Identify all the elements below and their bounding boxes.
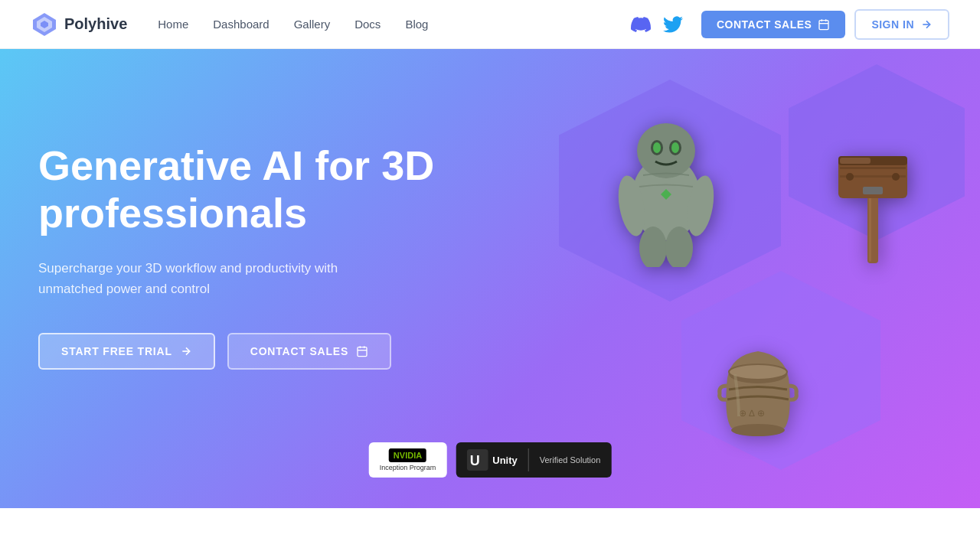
nvidia-logo-text: NVIDIA	[394, 451, 422, 460]
calendar-icon	[818, 18, 830, 31]
start-trial-button[interactable]: START FREE TRIAL	[38, 333, 215, 370]
svg-rect-34	[358, 347, 367, 357]
contact-sales-hero-button[interactable]: CONTACT SALES	[227, 333, 391, 370]
nav-right-actions: CONTACT SALES SIGN IN	[701, 9, 949, 40]
svg-point-13	[671, 142, 679, 153]
nvidia-badge: NVIDIA Inception Program	[369, 442, 447, 478]
logo-text: Polyhive	[64, 15, 127, 33]
navbar: Polyhive Home Dashboard Gallery Docs Blo…	[0, 0, 980, 49]
svg-rect-23	[840, 167, 906, 169]
svg-rect-20	[869, 188, 871, 262]
arrow-right-trial-icon	[180, 345, 192, 357]
svg-rect-3	[819, 20, 828, 29]
model-hammer	[812, 133, 934, 271]
unity-separator	[528, 448, 529, 471]
hero-section: ⊕ ∆ ⊕ Generative AI for 3D professionals…	[0, 49, 980, 508]
nav-docs[interactable]: Docs	[354, 18, 381, 31]
svg-point-12	[653, 142, 661, 153]
hero-title: Generative AI for 3D professionals	[38, 142, 467, 236]
contact-sales-nav-button[interactable]: CONTACT SALES	[701, 11, 845, 38]
unity-badge: U Unity Verified Solution	[456, 442, 611, 478]
social-icons	[631, 15, 683, 34]
nav-links: Home Dashboard Gallery Docs Blog	[158, 18, 631, 31]
logo-icon	[31, 11, 58, 38]
hero-content: Generative AI for 3D professionals Super…	[38, 142, 467, 416]
discord-icon[interactable]	[631, 15, 651, 34]
svg-point-9	[637, 123, 695, 178]
nav-dashboard[interactable]: Dashboard	[213, 18, 269, 31]
unity-verified-text: Verified Solution	[540, 455, 601, 465]
twitter-icon[interactable]	[663, 15, 683, 34]
arrow-right-icon	[920, 18, 933, 31]
partner-badges: NVIDIA Inception Program U Unity Verifie…	[369, 442, 612, 478]
nvidia-program-text: Inception Program	[380, 464, 436, 471]
hero-buttons: START FREE TRIAL CONTACT SALES	[38, 333, 467, 370]
unity-logo-icon: U	[466, 449, 488, 471]
svg-rect-25	[863, 187, 883, 194]
nav-gallery[interactable]: Gallery	[294, 18, 331, 31]
nav-home[interactable]: Home	[158, 18, 188, 31]
logo[interactable]: Polyhive	[31, 11, 127, 38]
svg-text:U: U	[469, 453, 479, 468]
svg-rect-28	[840, 158, 871, 164]
calendar-hero-icon	[356, 345, 368, 357]
svg-point-26	[846, 173, 854, 181]
svg-point-31	[731, 424, 785, 436]
hero-subtitle: Supercharge your 3D workflow and product…	[38, 258, 390, 299]
hex-container: ⊕ ∆ ⊕	[490, 49, 980, 508]
unity-label: Unity	[492, 455, 518, 466]
below-fold	[0, 508, 980, 551]
sign-in-button[interactable]: SIGN IN	[854, 9, 949, 40]
svg-point-27	[892, 173, 900, 181]
nav-blog[interactable]: Blog	[405, 18, 428, 31]
model-pot: ⊕ ∆ ⊕	[689, 309, 827, 447]
model-golem	[590, 95, 743, 271]
svg-point-30	[729, 364, 787, 380]
svg-text:⊕ ∆ ⊕: ⊕ ∆ ⊕	[739, 408, 765, 419]
